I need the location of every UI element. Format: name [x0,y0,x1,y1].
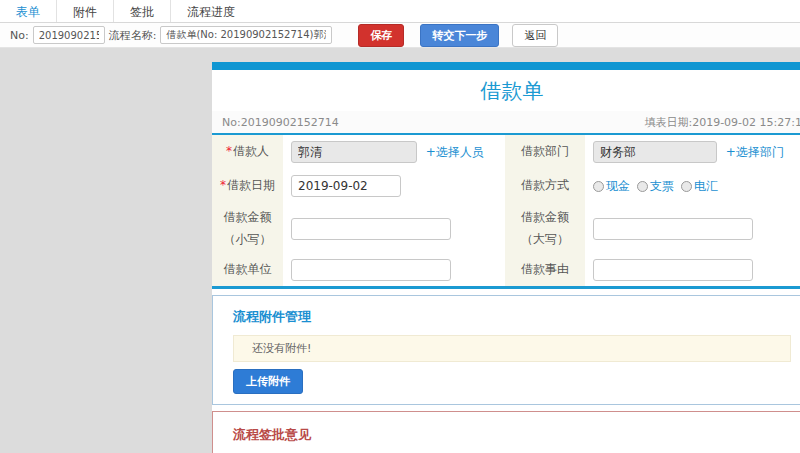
amount-upper-input[interactable] [593,218,753,240]
date-field-cell [283,169,505,203]
amount-lower-label-cell: 借款金额（小写） [212,203,283,254]
no-attachment-notice: 还没有附件! [233,335,791,362]
dept-field-cell: +选择部门 [585,135,800,169]
tab-approval[interactable]: 签批 [113,0,170,22]
select-dept-link[interactable]: +选择部门 [726,145,784,159]
panel-top-bar [212,62,800,70]
loan-method-radios: 现金 支票 电汇 [593,178,800,195]
no-input[interactable] [33,26,105,44]
method-label-cell: 借款方式 [505,169,585,203]
method-field-cell: 现金 支票 电汇 [585,169,800,203]
radio-wire[interactable]: 电汇 [681,178,718,195]
amount-upper-field-cell [585,203,800,254]
amount-lower-label: 借款金额（小写） [224,210,272,246]
borrower-field-cell: +选择人员 [283,135,505,169]
required-marker: * [220,178,226,192]
dept-label: 借款部门 [521,144,569,158]
loan-date-input[interactable] [291,175,401,197]
loan-form-table: *借款人 +选择人员 借款部门 +选择部门 *借款日期 [212,135,800,289]
amount-upper-label: 借款金额（大写） [521,210,569,246]
date-label: 借款日期 [227,178,275,192]
tab-bar: 表单 附件 签批 流程进度 [0,0,800,23]
date-label-cell: *借款日期 [212,169,283,203]
unit-label: 借款单位 [224,262,272,276]
radio-cash-label: 现金 [606,178,630,195]
reason-label-cell: 借款事由 [505,254,585,288]
borrower-input[interactable] [291,141,417,163]
unit-label-cell: 借款单位 [212,254,283,288]
table-row: 借款单位 借款事由 [212,254,800,288]
dept-label-cell: 借款部门 [505,135,585,169]
radio-icon[interactable] [593,181,604,192]
flow-name-label: 流程名称: [109,28,157,43]
upload-attachment-button[interactable]: 上传附件 [233,369,303,394]
reason-field-cell [585,254,800,288]
approval-section-heading: 流程签批意见 [233,426,791,444]
borrower-label: 借款人 [233,144,269,158]
tab-process-progress[interactable]: 流程进度 [170,0,251,22]
dept-input[interactable] [593,141,717,163]
table-row: 借款金额（小写） 借款金额（大写） [212,203,800,254]
borrower-label-cell: *借款人 [212,135,283,169]
form-toolbar: No: 流程名称: 保存 转交下一步 返回 [0,23,800,48]
approval-section: 流程签批意见 B I abc ∞ ∞ ⚑ ≣ ≡ ← → ” [212,411,800,453]
loan-form-panel: 借款单 No:20190902152714 填表日期:2019-09-02 15… [212,62,800,453]
radio-icon[interactable] [681,181,692,192]
fill-date: 填表日期:2019-09-02 15:27:1 [644,115,800,130]
table-row: *借款日期 借款方式 现金 支票 [212,169,800,203]
select-person-link[interactable]: +选择人员 [426,145,484,159]
next-step-button[interactable]: 转交下一步 [420,24,499,47]
radio-cheque[interactable]: 支票 [637,178,674,195]
back-button[interactable]: 返回 [512,24,558,47]
save-button[interactable]: 保存 [358,24,404,47]
radio-wire-label: 电汇 [694,178,718,195]
form-number: No:20190902152714 [222,116,339,129]
attachment-section: 流程附件管理 还没有附件! 上传附件 [212,295,800,405]
reason-label: 借款事由 [521,262,569,276]
page-title: 借款单 [212,70,800,111]
amount-upper-label-cell: 借款金额（大写） [505,203,585,254]
page-content: 借款单 No:20190902152714 填表日期:2019-09-02 15… [0,48,800,453]
tab-form[interactable]: 表单 [0,0,56,22]
attachment-section-heading: 流程附件管理 [233,308,791,326]
loan-unit-input[interactable] [291,259,451,281]
radio-cheque-label: 支票 [650,178,674,195]
amount-lower-field-cell [283,203,505,254]
no-label: No: [10,29,29,42]
unit-field-cell [283,254,505,288]
amount-lower-input[interactable] [291,218,451,240]
form-info-bar: No:20190902152714 填表日期:2019-09-02 15:27:… [212,111,800,135]
method-label: 借款方式 [521,178,569,192]
tab-attachments[interactable]: 附件 [56,0,113,22]
flow-name-input[interactable] [160,26,332,44]
required-marker: * [226,144,232,158]
radio-cash[interactable]: 现金 [593,178,630,195]
radio-icon[interactable] [637,181,648,192]
loan-reason-input[interactable] [593,259,753,281]
table-row: *借款人 +选择人员 借款部门 +选择部门 [212,135,800,169]
